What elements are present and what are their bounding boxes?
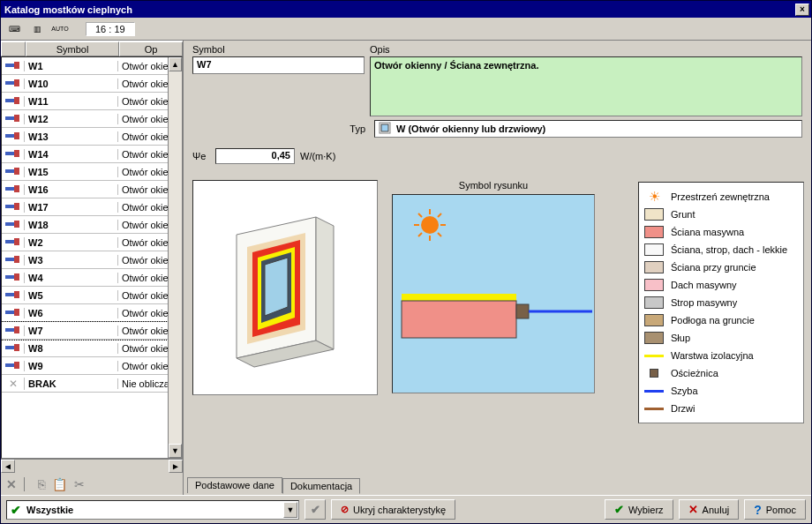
table-row[interactable]: W11Otwór okienn xyxy=(2,93,182,110)
desc-label: Opis xyxy=(370,44,802,55)
table-row[interactable]: W12Otwór okienn xyxy=(2,110,182,128)
scroll-up-icon[interactable]: ▲ xyxy=(169,57,182,71)
svg-rect-56 xyxy=(402,294,516,301)
svg-rect-57 xyxy=(402,301,516,338)
psi-input[interactable]: 0,45 xyxy=(215,148,295,164)
window-type-icon xyxy=(379,122,391,136)
row-symbol: W10 xyxy=(25,79,118,89)
row-icon xyxy=(2,131,25,142)
row-icon xyxy=(2,255,25,266)
table-row[interactable]: W1Otwór okienn xyxy=(2,57,182,75)
svg-rect-5 xyxy=(14,97,19,104)
table-row[interactable]: W10Otwór okienn xyxy=(2,75,182,93)
filter-combo[interactable]: ✔ Wszystkie ▼ xyxy=(6,500,299,520)
grid-icon[interactable]: ▥ xyxy=(27,20,47,38)
typ-select[interactable]: W (Otwór okienny lub drzwiowy) xyxy=(374,120,802,138)
table-row[interactable]: ✕BRAKNie obliczaj r xyxy=(2,375,182,393)
filter-value: Wszystkie xyxy=(26,505,73,515)
row-symbol: BRAK xyxy=(25,378,118,389)
table-row[interactable]: W17Otwór okienn xyxy=(2,198,182,216)
row-icon xyxy=(2,149,25,160)
cancel-button[interactable]: ✕ Anuluj xyxy=(679,499,740,520)
svg-rect-58 xyxy=(516,304,529,318)
legend-swatch xyxy=(644,261,664,273)
legend-label: Ościeżnica xyxy=(671,368,718,378)
table-row[interactable]: W2Otwór okienn xyxy=(2,234,182,251)
keyboard-icon[interactable]: ⌨ xyxy=(4,20,24,38)
svg-rect-19 xyxy=(14,221,19,228)
row-icon xyxy=(2,96,25,107)
legend: ☀Przestrzeń zewnętrznaGruntŚciana masywn… xyxy=(638,182,804,423)
auto-button[interactable]: AUTO xyxy=(50,20,70,38)
hide-characteristic-button[interactable]: ⊘ Ukryj charakterystykę xyxy=(331,499,455,520)
table-row[interactable]: W13Otwór okienn xyxy=(2,128,182,146)
table-row[interactable]: W7Otwór okienn xyxy=(2,322,182,340)
row-icon xyxy=(2,343,25,354)
tab-documentation[interactable]: Dokumentacja xyxy=(282,478,360,494)
scroll-left-icon[interactable]: ◄ xyxy=(1,460,15,473)
help-button[interactable]: ? Pomoc xyxy=(744,499,806,520)
row-icon xyxy=(2,273,25,283)
svg-rect-9 xyxy=(14,132,19,139)
row-icon xyxy=(2,237,25,248)
svg-rect-25 xyxy=(14,273,19,281)
legend-item: Ściana masywna xyxy=(644,223,798,241)
col-header-desc[interactable]: Op xyxy=(119,41,183,56)
svg-rect-17 xyxy=(14,203,19,210)
row-icon xyxy=(2,290,25,301)
table-row[interactable]: W5Otwór okienn xyxy=(2,287,182,304)
scroll-down-icon[interactable]: ▼ xyxy=(169,444,182,458)
row-symbol: W4 xyxy=(25,273,118,283)
row-symbol: W13 xyxy=(25,131,118,142)
row-symbol: W8 xyxy=(25,343,118,354)
row-symbol: W6 xyxy=(25,308,118,318)
copy-icon[interactable]: ⎘ xyxy=(38,477,45,491)
hide-icon: ⊘ xyxy=(341,504,349,515)
apply-filter-button[interactable]: ✔ xyxy=(304,499,326,520)
sun-icon: ☀ xyxy=(644,189,664,205)
table-row[interactable]: W15Otwór okienn xyxy=(2,163,182,181)
window-title: Katalog mostków cieplnych xyxy=(4,4,795,15)
symbol-input[interactable]: W7 xyxy=(192,56,365,74)
scroll-track[interactable] xyxy=(169,71,182,444)
tab-basic-data[interactable]: Podstawowe dane xyxy=(187,477,282,493)
paste-icon[interactable]: 📋 xyxy=(52,477,67,491)
row-icon xyxy=(2,114,25,124)
svg-rect-33 xyxy=(14,344,19,351)
legend-item: Ściana przy gruncie xyxy=(644,258,798,276)
table-row[interactable]: W3Otwór okienn xyxy=(2,251,182,269)
left-toolbar: ✕ ⎘ 📋 ✂ xyxy=(1,474,183,495)
select-button[interactable]: ✔ Wybierz xyxy=(605,499,673,520)
left-pane: Symbol Op W1Otwór okiennW10Otwór okiennW… xyxy=(1,41,184,495)
col-header-symbol[interactable]: Symbol xyxy=(26,41,119,56)
symbol-label: Symbol xyxy=(192,44,365,55)
desc-input[interactable]: Otwór okienny / Ściana zewnętrzna. xyxy=(370,56,802,116)
chevron-down-icon[interactable]: ▼ xyxy=(283,502,297,518)
table-row[interactable]: W9Otwór okienn xyxy=(2,357,182,375)
row-symbol: W9 xyxy=(25,361,118,371)
table-row[interactable]: W18Otwór okienn xyxy=(2,216,182,234)
bottom-bar: ✔ Wszystkie ▼ ✔ ⊘ Ukryj charakterystykę … xyxy=(1,495,811,523)
legend-swatch xyxy=(644,208,664,221)
horizontal-scrollbar[interactable]: ◄ ► xyxy=(1,459,183,474)
table-row[interactable]: W4Otwór okienn xyxy=(2,269,182,287)
row-symbol: W15 xyxy=(25,167,118,177)
vertical-scrollbar[interactable]: ▲ ▼ xyxy=(168,57,182,458)
legend-item: Grunt xyxy=(644,206,798,223)
table-row[interactable]: W16Otwór okienn xyxy=(2,181,182,198)
table-row[interactable]: W6Otwór okienn xyxy=(2,304,182,322)
svg-rect-3 xyxy=(14,79,19,86)
legend-label: Ściana przy gruncie xyxy=(671,262,756,273)
table-row[interactable]: W8Otwór okienn xyxy=(2,340,182,357)
row-symbol: W2 xyxy=(25,237,118,248)
col-header-icon[interactable] xyxy=(1,41,26,56)
close-icon[interactable]: × xyxy=(795,4,809,16)
drawing-symbol xyxy=(392,194,595,393)
row-icon xyxy=(2,79,25,89)
cut-icon[interactable]: ✂ xyxy=(74,477,85,491)
row-symbol: W17 xyxy=(25,202,118,213)
svg-rect-31 xyxy=(14,326,19,333)
table-row[interactable]: W14Otwór okienn xyxy=(2,146,182,163)
scroll-right-icon[interactable]: ► xyxy=(169,460,183,473)
delete-icon[interactable]: ✕ xyxy=(6,477,17,491)
